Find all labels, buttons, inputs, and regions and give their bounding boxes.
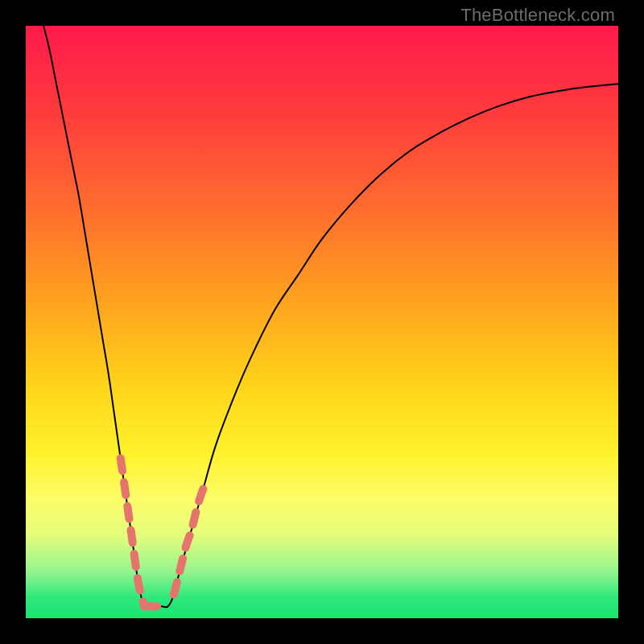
watermark-text: TheBottleneck.com	[460, 5, 615, 26]
plot-area	[26, 26, 618, 618]
dotted-left-segment	[121, 458, 144, 606]
curve-layer	[26, 26, 618, 618]
chart-frame: TheBottleneck.com	[0, 0, 644, 644]
dotted-right-segment	[174, 488, 204, 594]
